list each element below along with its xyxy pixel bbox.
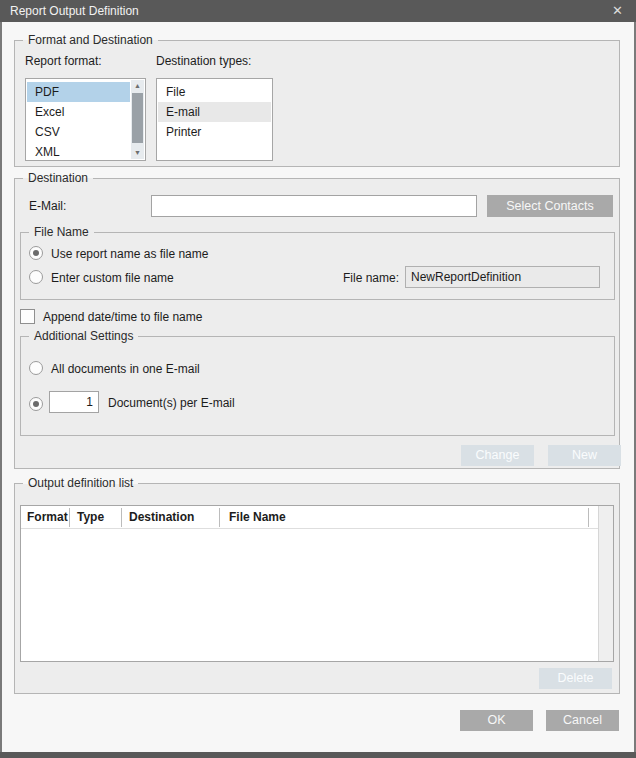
table-body-empty	[21, 530, 598, 661]
list-item-printer[interactable]: Printer	[158, 122, 271, 142]
column-header-type[interactable]: Type	[77, 510, 104, 524]
cancel-button[interactable]: Cancel	[546, 710, 619, 731]
table-scrollbar-gutter	[598, 506, 613, 661]
radio-custom-name-label: Enter custom file name	[51, 271, 174, 285]
new-button[interactable]: New	[548, 445, 621, 466]
list-item-pdf[interactable]: PDF	[27, 82, 130, 102]
group-destination: Destination E-Mail: Select Contacts File…	[14, 178, 620, 469]
column-header-format[interactable]: Format	[27, 510, 68, 524]
scrollbar-thumb[interactable]	[132, 93, 143, 143]
list-item-file[interactable]: File	[158, 82, 271, 102]
append-datetime-label: Append date/time to file name	[43, 310, 202, 324]
column-divider	[588, 508, 589, 527]
radio-use-report-name-label: Use report name as file name	[51, 247, 208, 261]
window-title: Report Output Definition	[10, 0, 139, 22]
output-definition-table[interactable]: Format Type Destination File Name	[20, 505, 614, 662]
report-format-scrollbar[interactable]: ▲ ▼	[131, 80, 144, 159]
report-format-label: Report format:	[25, 54, 102, 68]
column-header-destination[interactable]: Destination	[129, 510, 194, 524]
report-format-list[interactable]: PDF Excel CSV XML ▲ ▼	[25, 78, 146, 161]
append-datetime-checkbox[interactable]	[20, 309, 35, 324]
group-file-name: File Name Use report name as file name E…	[20, 232, 615, 300]
group-additional-settings-legend: Additional Settings	[29, 329, 138, 344]
list-item-csv[interactable]: CSV	[27, 122, 130, 142]
column-divider	[121, 508, 122, 527]
column-divider	[69, 508, 70, 527]
report-format-list-items: PDF Excel CSV XML	[27, 80, 144, 159]
scroll-up-icon[interactable]: ▲	[131, 80, 144, 92]
destination-types-label: Destination types:	[156, 54, 251, 68]
window-left-edge	[0, 22, 2, 758]
group-file-name-legend: File Name	[29, 225, 94, 240]
change-button[interactable]: Change	[461, 445, 534, 466]
delete-button[interactable]: Delete	[539, 668, 612, 689]
destination-types-list-items: File E-mail Printer	[158, 80, 271, 159]
email-label: E-Mail:	[29, 199, 66, 213]
radio-use-report-name[interactable]	[29, 246, 43, 260]
select-contacts-button[interactable]: Select Contacts	[487, 195, 613, 217]
window-bottom-edge	[0, 752, 636, 758]
group-destination-legend: Destination	[23, 171, 93, 186]
group-format-and-destination-legend: Format and Destination	[23, 33, 158, 48]
radio-custom-name[interactable]	[29, 270, 43, 284]
radio-documents-per-email[interactable]	[29, 397, 43, 411]
group-output-definition-list-legend: Output definition list	[23, 476, 138, 491]
report-output-definition-dialog: Report Output Definition ✕ Format and De…	[0, 0, 636, 758]
group-format-and-destination: Format and Destination Report format: PD…	[14, 40, 620, 167]
radio-all-in-one-email-label: All documents in one E-mail	[51, 362, 200, 376]
table-header-row: Format Type Destination File Name	[21, 506, 598, 529]
close-icon[interactable]: ✕	[612, 0, 623, 22]
column-divider	[219, 508, 220, 527]
list-item-email[interactable]: E-mail	[158, 102, 271, 122]
scroll-down-icon[interactable]: ▼	[131, 147, 144, 159]
destination-types-list[interactable]: File E-mail Printer	[156, 78, 273, 161]
column-header-file-name[interactable]: File Name	[229, 510, 286, 524]
file-name-field[interactable]	[405, 266, 600, 288]
list-item-xml[interactable]: XML	[27, 142, 130, 162]
file-name-label: File name:	[343, 271, 399, 285]
radio-all-in-one-email[interactable]	[29, 361, 43, 375]
email-field[interactable]	[151, 195, 477, 217]
ok-button[interactable]: OK	[460, 710, 533, 731]
group-output-definition-list: Output definition list Format Type Desti…	[14, 483, 620, 694]
list-item-excel[interactable]: Excel	[27, 102, 130, 122]
titlebar: Report Output Definition ✕	[0, 0, 636, 22]
documents-per-email-field[interactable]	[49, 391, 99, 413]
group-additional-settings: Additional Settings All documents in one…	[20, 336, 615, 436]
documents-per-email-label: Document(s) per E-mail	[108, 396, 235, 410]
